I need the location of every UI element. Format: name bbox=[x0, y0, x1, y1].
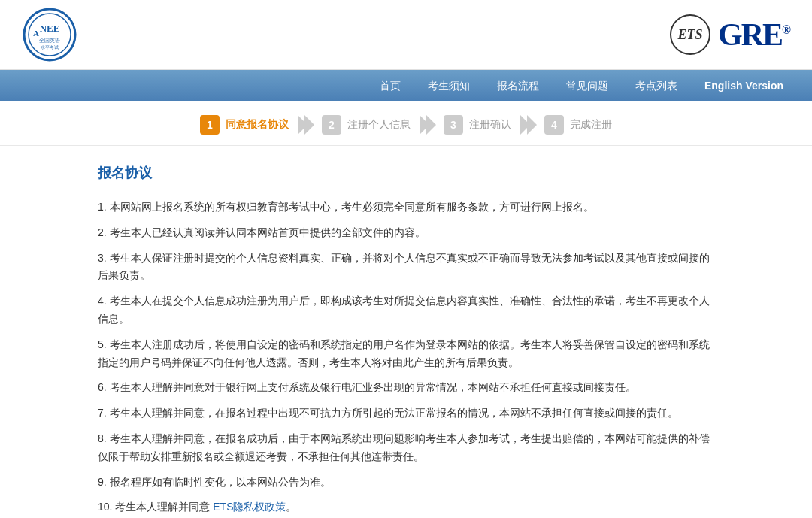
list-item: 6. 考生本人理解并同意对于银行网上支付系统及银行电汇业务出现的异常情况，本网站… bbox=[98, 379, 714, 397]
step-3: 3 注册确认 bbox=[444, 115, 511, 135]
right-logo-container: ETS GRE® bbox=[670, 14, 789, 55]
nav-locations[interactable]: 考点列表 bbox=[622, 70, 691, 101]
ets-logo: ETS bbox=[670, 14, 710, 55]
svg-text:A: A bbox=[33, 29, 39, 38]
item10-suffix: 。 bbox=[286, 501, 296, 513]
svg-point-0 bbox=[24, 9, 75, 60]
list-item-10: 10. 考生本人理解并同意 ETS隐私权政策。 bbox=[98, 498, 714, 516]
step-3-number: 3 bbox=[444, 115, 463, 135]
list-item: 7. 考生本人理解并同意，在报名过程中出现不可抗力方所引起的无法正常报名的情况，… bbox=[98, 404, 714, 423]
aee-logo: NEE 全国英语 水平考试 A bbox=[23, 8, 77, 62]
main-nav: 首页 考生须知 报名流程 常见问题 考点列表 English Version bbox=[0, 70, 812, 101]
step-1-label: 同意报名协议 bbox=[226, 118, 289, 132]
step-4-label: 完成注册 bbox=[570, 118, 612, 132]
nav-process[interactable]: 报名流程 bbox=[483, 70, 553, 101]
list-item: 2. 考生本人已经认真阅读并认同本网站首页中提供的全部文件的内容。 bbox=[98, 224, 714, 242]
step-arrow-2 bbox=[418, 115, 436, 135]
svg-text:水平考试: 水平考试 bbox=[41, 45, 59, 50]
svg-text:NEE: NEE bbox=[40, 23, 60, 34]
step-1: 1 同意报名协议 bbox=[200, 115, 289, 135]
list-item: 9. 报名程序如有临时性变化，以本网站公告为准。 bbox=[98, 474, 714, 492]
svg-text:全国英语: 全国英语 bbox=[39, 38, 60, 44]
main-content: 报名协议 1. 本网站网上报名系统的所有权归教育部考试中心，考生必须完全同意所有… bbox=[68, 146, 744, 518]
step-2-number: 2 bbox=[322, 115, 341, 135]
step-arrow-3 bbox=[519, 115, 537, 135]
step-bar: 1 同意报名协议 2 注册个人信息 3 注册确认 4 完成注册 bbox=[0, 101, 812, 146]
step-2-label: 注册个人信息 bbox=[347, 118, 411, 132]
gre-logo: GRE® bbox=[718, 17, 789, 53]
item10-prefix: 10. 考生本人理解并同意 bbox=[98, 501, 213, 513]
section-title: 报名协议 bbox=[98, 164, 714, 185]
nav-english[interactable]: English Version bbox=[691, 70, 797, 101]
step-3-label: 注册确认 bbox=[469, 118, 511, 132]
nav-faq[interactable]: 常见问题 bbox=[553, 70, 622, 101]
step-arrow-1 bbox=[296, 115, 314, 135]
step-1-number: 1 bbox=[200, 115, 220, 135]
page-header: NEE 全国英语 水平考试 A ETS GRE® bbox=[0, 0, 812, 70]
list-item: 4. 考生本人在提交个人信息成功注册为用户后，即构成该考生对所提交信息内容真实性… bbox=[98, 292, 714, 329]
list-item: 3. 考生本人保证注册时提交的个人信息资料真实、正确，并将对个人信息不真实或不正… bbox=[98, 250, 714, 286]
agreement-list: 1. 本网站网上报名系统的所有权归教育部考试中心，考生必须完全同意所有服务条款，… bbox=[98, 198, 714, 516]
step-4: 4 完成注册 bbox=[544, 115, 612, 135]
list-item: 5. 考生本人注册成功后，将使用自设定的密码和系统指定的用户名作为登录本网站的依… bbox=[98, 336, 714, 372]
nav-home[interactable]: 首页 bbox=[366, 70, 414, 101]
privacy-policy-link[interactable]: ETS隐私权政策 bbox=[213, 501, 286, 513]
step-4-number: 4 bbox=[544, 115, 564, 135]
list-item: 1. 本网站网上报名系统的所有权归教育部考试中心，考生必须完全同意所有服务条款，… bbox=[98, 198, 714, 217]
list-item: 8. 考生本人理解并同意，在报名成功后，由于本网站系统出现问题影响考生本人参加考… bbox=[98, 430, 714, 466]
left-logo-container: NEE 全国英语 水平考试 A bbox=[23, 8, 77, 62]
nav-notice[interactable]: 考生须知 bbox=[414, 70, 483, 101]
step-2: 2 注册个人信息 bbox=[322, 115, 411, 135]
